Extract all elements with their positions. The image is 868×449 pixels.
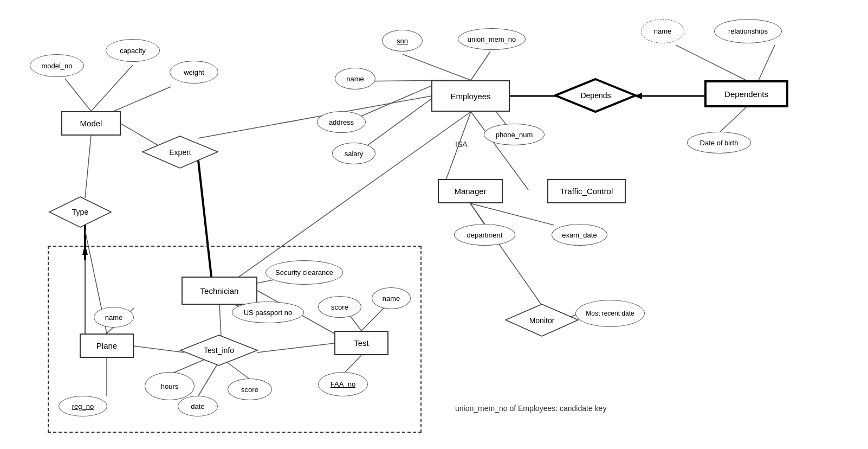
entity-traffic-control: Traffic_Control <box>547 179 626 203</box>
ellipse-weight: weight <box>170 61 218 84</box>
svg-line-0 <box>65 79 91 111</box>
ellipse-department: department <box>454 224 515 246</box>
ellipse-dep-name: name <box>641 19 684 43</box>
ellipse-salary: salary <box>332 143 375 164</box>
ellipse-most-recent-date: Most recent date <box>575 300 645 327</box>
svg-line-19 <box>676 45 746 80</box>
ellipse-exam-date: exam_date <box>552 224 607 246</box>
entity-employees: Employees <box>431 80 510 112</box>
diamond-type: Type <box>48 195 113 229</box>
isa-label: ISA <box>455 140 468 149</box>
entity-manager: Manager <box>438 179 503 203</box>
diamond-monitor: Monitor <box>504 303 580 338</box>
ellipse-emp-name: name <box>335 68 375 89</box>
ellipse-us-passport: US passport no <box>232 302 304 323</box>
diamond-test-info: Test_info <box>179 333 259 367</box>
entity-technician: Technician <box>182 277 257 305</box>
entity-dependents: Dependents <box>704 80 788 107</box>
ellipse-security-clearance: Security clearance <box>265 260 343 285</box>
ellipse-plane-name: name <box>94 307 134 328</box>
svg-line-2 <box>114 87 171 111</box>
entity-test: Test <box>334 331 388 355</box>
ellipse-dob: Date of birth <box>687 132 751 153</box>
ellipse-score2: score <box>228 379 272 400</box>
diamond-depends: Depends <box>554 77 638 114</box>
entity-plane: Plane <box>80 333 134 358</box>
ellipse-address: address <box>317 111 366 133</box>
svg-line-20 <box>759 45 775 80</box>
ellipse-model-no: model_no <box>30 54 84 77</box>
entity-model: Model <box>61 111 121 136</box>
svg-line-4 <box>85 136 91 198</box>
er-diagram-canvas: Model Employees Manager Traffic_Control … <box>0 0 868 449</box>
ellipse-score1: score <box>318 296 361 318</box>
ellipse-relationships: relationships <box>714 19 782 43</box>
ellipse-faa-no: FAA_no <box>318 372 368 396</box>
svg-line-1 <box>91 65 133 111</box>
svg-line-42 <box>470 203 545 309</box>
candidate-key-note: union_mem_no of Employees: candidate key <box>455 404 606 413</box>
ellipse-reg-no: reg_no <box>59 396 107 416</box>
svg-line-22 <box>444 112 471 184</box>
svg-line-44 <box>198 96 431 138</box>
ellipse-hours: hours <box>145 372 195 400</box>
svg-line-11 <box>471 52 490 80</box>
ellipse-date: date <box>178 396 218 416</box>
ellipse-union-mem-no: union_mem_no <box>458 28 526 50</box>
diamond-expert: Expert <box>141 134 219 170</box>
svg-line-21 <box>719 107 746 133</box>
svg-line-26 <box>470 203 554 225</box>
svg-line-10 <box>403 54 471 80</box>
svg-line-25 <box>470 203 485 225</box>
ellipse-test-name: name <box>372 287 411 309</box>
ellipse-phone-num: phone_num <box>484 124 545 145</box>
ellipse-snn: snn <box>382 30 423 52</box>
ellipse-capacity: capacity <box>106 39 160 62</box>
